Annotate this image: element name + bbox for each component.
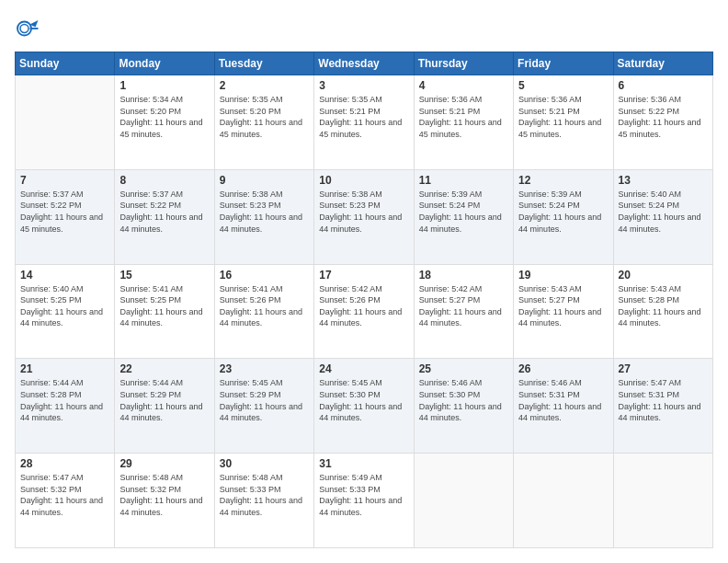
calendar-cell: 31Sunrise: 5:49 AMSunset: 5:33 PMDayligh… xyxy=(314,454,414,548)
day-number: 5 xyxy=(518,79,608,92)
day-number: 23 xyxy=(220,362,309,375)
day-number: 10 xyxy=(319,174,408,187)
day-number: 27 xyxy=(619,362,708,375)
calendar-cell: 3Sunrise: 5:35 AMSunset: 5:21 PMDaylight… xyxy=(314,75,414,170)
calendar-cell: 15Sunrise: 5:41 AMSunset: 5:25 PMDayligh… xyxy=(115,264,214,359)
calendar-cell xyxy=(16,75,115,170)
calendar-cell: 26Sunrise: 5:46 AMSunset: 5:31 PMDayligh… xyxy=(514,359,613,454)
header xyxy=(15,15,713,42)
calendar-cell: 10Sunrise: 5:38 AMSunset: 5:23 PMDayligh… xyxy=(314,169,414,264)
day-info: Sunrise: 5:40 AMSunset: 5:25 PMDaylight:… xyxy=(20,283,109,329)
day-number: 28 xyxy=(20,457,109,470)
page: SundayMondayTuesdayWednesdayThursdayFrid… xyxy=(0,0,728,563)
calendar-table: SundayMondayTuesdayWednesdayThursdayFrid… xyxy=(15,52,713,548)
day-info: Sunrise: 5:49 AMSunset: 5:33 PMDaylight:… xyxy=(319,472,408,518)
day-info: Sunrise: 5:47 AMSunset: 5:32 PMDaylight:… xyxy=(20,472,109,518)
day-info: Sunrise: 5:35 AMSunset: 5:20 PMDaylight:… xyxy=(220,94,309,140)
day-info: Sunrise: 5:39 AMSunset: 5:24 PMDaylight:… xyxy=(518,189,608,235)
calendar-cell: 4Sunrise: 5:36 AMSunset: 5:21 PMDaylight… xyxy=(414,75,513,170)
calendar-cell: 16Sunrise: 5:41 AMSunset: 5:26 PMDayligh… xyxy=(214,264,313,359)
day-info: Sunrise: 5:38 AMSunset: 5:23 PMDaylight:… xyxy=(220,189,309,235)
day-number: 22 xyxy=(119,362,209,375)
calendar-cell: 28Sunrise: 5:47 AMSunset: 5:32 PMDayligh… xyxy=(16,454,115,548)
col-header-monday: Monday xyxy=(115,52,214,75)
calendar-cell: 27Sunrise: 5:47 AMSunset: 5:31 PMDayligh… xyxy=(613,359,712,454)
calendar-cell: 13Sunrise: 5:40 AMSunset: 5:24 PMDayligh… xyxy=(613,169,712,264)
calendar-cell: 20Sunrise: 5:43 AMSunset: 5:28 PMDayligh… xyxy=(613,264,712,359)
calendar-cell: 18Sunrise: 5:42 AMSunset: 5:27 PMDayligh… xyxy=(414,264,513,359)
day-number: 6 xyxy=(619,79,708,92)
day-info: Sunrise: 5:40 AMSunset: 5:24 PMDaylight:… xyxy=(619,189,708,235)
col-header-tuesday: Tuesday xyxy=(214,52,313,75)
day-info: Sunrise: 5:44 AMSunset: 5:29 PMDaylight:… xyxy=(119,377,209,423)
day-number: 31 xyxy=(319,457,408,470)
calendar-cell: 14Sunrise: 5:40 AMSunset: 5:25 PMDayligh… xyxy=(16,264,115,359)
calendar-cell: 24Sunrise: 5:45 AMSunset: 5:30 PMDayligh… xyxy=(314,359,414,454)
day-number: 18 xyxy=(419,269,508,282)
day-info: Sunrise: 5:45 AMSunset: 5:29 PMDaylight:… xyxy=(220,377,309,423)
calendar-cell: 5Sunrise: 5:36 AMSunset: 5:21 PMDaylight… xyxy=(514,75,613,170)
calendar-cell: 29Sunrise: 5:48 AMSunset: 5:32 PMDayligh… xyxy=(115,454,214,548)
day-info: Sunrise: 5:34 AMSunset: 5:20 PMDaylight:… xyxy=(119,94,209,140)
day-info: Sunrise: 5:45 AMSunset: 5:30 PMDaylight:… xyxy=(319,377,408,423)
calendar-cell: 11Sunrise: 5:39 AMSunset: 5:24 PMDayligh… xyxy=(414,169,513,264)
calendar-cell xyxy=(613,454,712,548)
day-info: Sunrise: 5:36 AMSunset: 5:22 PMDaylight:… xyxy=(619,94,708,140)
day-number: 2 xyxy=(220,79,309,92)
calendar-cell: 6Sunrise: 5:36 AMSunset: 5:22 PMDaylight… xyxy=(613,75,712,170)
day-number: 4 xyxy=(419,79,508,92)
day-info: Sunrise: 5:41 AMSunset: 5:25 PMDaylight:… xyxy=(119,283,209,329)
calendar-week-4: 21Sunrise: 5:44 AMSunset: 5:28 PMDayligh… xyxy=(16,359,713,454)
day-number: 1 xyxy=(119,79,209,92)
calendar-cell xyxy=(514,454,613,548)
day-number: 20 xyxy=(619,269,708,282)
calendar-cell: 2Sunrise: 5:35 AMSunset: 5:20 PMDaylight… xyxy=(214,75,313,170)
calendar-week-1: 1Sunrise: 5:34 AMSunset: 5:20 PMDaylight… xyxy=(16,75,713,170)
col-header-thursday: Thursday xyxy=(414,52,513,75)
day-number: 13 xyxy=(619,174,708,187)
day-info: Sunrise: 5:46 AMSunset: 5:31 PMDaylight:… xyxy=(518,377,608,423)
day-info: Sunrise: 5:38 AMSunset: 5:23 PMDaylight:… xyxy=(319,189,408,235)
col-header-sunday: Sunday xyxy=(16,52,115,75)
day-info: Sunrise: 5:39 AMSunset: 5:24 PMDaylight:… xyxy=(419,189,508,235)
calendar-cell: 1Sunrise: 5:34 AMSunset: 5:20 PMDaylight… xyxy=(115,75,214,170)
day-number: 14 xyxy=(20,269,109,282)
day-info: Sunrise: 5:48 AMSunset: 5:33 PMDaylight:… xyxy=(220,472,309,518)
calendar-cell: 21Sunrise: 5:44 AMSunset: 5:28 PMDayligh… xyxy=(16,359,115,454)
calendar-cell: 8Sunrise: 5:37 AMSunset: 5:22 PMDaylight… xyxy=(115,169,214,264)
day-info: Sunrise: 5:37 AMSunset: 5:22 PMDaylight:… xyxy=(20,189,109,235)
day-info: Sunrise: 5:41 AMSunset: 5:26 PMDaylight:… xyxy=(220,283,309,329)
svg-point-1 xyxy=(20,25,28,33)
calendar-cell: 7Sunrise: 5:37 AMSunset: 5:22 PMDaylight… xyxy=(16,169,115,264)
day-info: Sunrise: 5:42 AMSunset: 5:27 PMDaylight:… xyxy=(419,283,508,329)
day-number: 12 xyxy=(518,174,608,187)
day-info: Sunrise: 5:36 AMSunset: 5:21 PMDaylight:… xyxy=(518,94,608,140)
col-header-saturday: Saturday xyxy=(613,52,712,75)
day-info: Sunrise: 5:35 AMSunset: 5:21 PMDaylight:… xyxy=(319,94,408,140)
day-info: Sunrise: 5:47 AMSunset: 5:31 PMDaylight:… xyxy=(619,377,708,423)
calendar-cell xyxy=(414,454,513,548)
calendar-week-2: 7Sunrise: 5:37 AMSunset: 5:22 PMDaylight… xyxy=(16,169,713,264)
calendar-cell: 12Sunrise: 5:39 AMSunset: 5:24 PMDayligh… xyxy=(514,169,613,264)
day-number: 21 xyxy=(20,362,109,375)
day-info: Sunrise: 5:37 AMSunset: 5:22 PMDaylight:… xyxy=(119,189,209,235)
day-info: Sunrise: 5:42 AMSunset: 5:26 PMDaylight:… xyxy=(319,283,408,329)
day-number: 15 xyxy=(119,269,209,282)
day-number: 17 xyxy=(319,269,408,282)
day-number: 9 xyxy=(220,174,309,187)
calendar-cell: 25Sunrise: 5:46 AMSunset: 5:30 PMDayligh… xyxy=(414,359,513,454)
calendar-cell: 9Sunrise: 5:38 AMSunset: 5:23 PMDaylight… xyxy=(214,169,313,264)
day-number: 8 xyxy=(119,174,209,187)
day-number: 7 xyxy=(20,174,109,187)
calendar-cell: 19Sunrise: 5:43 AMSunset: 5:27 PMDayligh… xyxy=(514,264,613,359)
day-info: Sunrise: 5:46 AMSunset: 5:30 PMDaylight:… xyxy=(419,377,508,423)
col-header-wednesday: Wednesday xyxy=(314,52,414,75)
day-info: Sunrise: 5:44 AMSunset: 5:28 PMDaylight:… xyxy=(20,377,109,423)
day-number: 11 xyxy=(419,174,508,187)
day-info: Sunrise: 5:43 AMSunset: 5:28 PMDaylight:… xyxy=(619,283,708,329)
calendar-cell: 17Sunrise: 5:42 AMSunset: 5:26 PMDayligh… xyxy=(314,264,414,359)
day-number: 26 xyxy=(518,362,608,375)
day-number: 16 xyxy=(220,269,309,282)
col-header-friday: Friday xyxy=(514,52,613,75)
day-number: 19 xyxy=(518,269,608,282)
